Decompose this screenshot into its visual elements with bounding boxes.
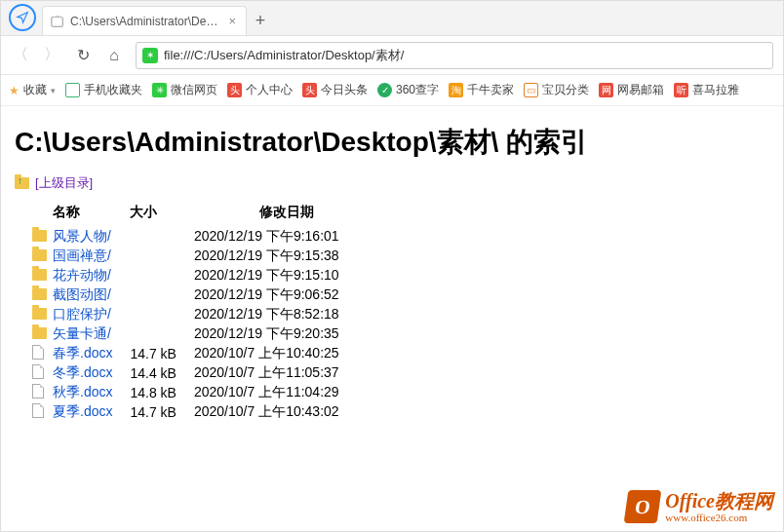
address-url: file:///C:/Users/Administrator/Desktop/素… [164,47,404,64]
entry-date: 2020/10/7 上午10:40:25 [194,344,379,363]
bookmark-item[interactable]: 淘千牛卖家 [449,82,514,98]
star-icon: ★ [9,84,20,97]
chevron-down-icon: ▾ [51,86,56,95]
table-row: 花卉动物/2020/12/19 下午9:15:10 [32,266,379,285]
tab-favicon [51,15,64,28]
column-name: 名称 [53,202,130,227]
entry-date: 2020/10/7 上午11:05:37 [194,363,379,383]
entry-link[interactable]: 截图动图/ [53,286,111,302]
entry-link[interactable]: 口腔保护/ [53,306,111,322]
360-icon: ✓ [377,83,392,97]
column-size: 大小 [130,202,193,227]
entry-size [130,227,193,247]
nav-bar: 〈 〉 ↻ ⌂ ✶ file:///C:/Users/Administrator… [1,36,783,75]
address-bar[interactable]: ✶ file:///C:/Users/Administrator/Desktop… [136,42,773,69]
page-content: C:\Users\Administrator\Desktop\素材\ 的索引 [… [1,106,783,434]
entry-size: 14.8 kB [130,383,193,402]
watermark-url: www.office26.com [665,512,773,523]
watermark-title: Office教程网 [665,490,773,512]
entry-date: 2020/12/19 下午9:16:01 [194,227,379,247]
tab-close-icon[interactable]: × [226,14,238,28]
folder-icon [32,327,47,339]
entry-date: 2020/12/19 下午9:20:35 [194,324,379,344]
entry-date: 2020/12/19 下午9:15:38 [194,247,379,266]
bookmark-item[interactable]: 头个人中心 [227,82,293,98]
bookmark-item[interactable]: 听喜马拉雅 [674,82,739,98]
browser-app-icon[interactable] [9,4,36,31]
toutiao-icon: 头 [302,83,317,97]
table-row: 风景人物/2020/12/19 下午9:16:01 [32,227,379,247]
parent-directory-link[interactable]: [上级目录] [15,174,769,192]
column-date: 修改日期 [194,202,379,227]
favorites-button[interactable]: ★ 收藏 ▾ [9,82,56,98]
reload-button[interactable]: ↻ [73,46,93,64]
tab-title: C:\Users\Administrator\Deskt [70,15,220,28]
entry-date: 2020/10/7 上午11:04:29 [194,383,379,402]
forward-button[interactable]: 〉 [42,45,61,65]
entry-size: 14.4 kB [130,363,193,383]
folder-icon [32,269,47,281]
ximalaya-icon: 听 [674,83,688,97]
favorites-label: 收藏 [23,82,47,98]
entry-link[interactable]: 风景人物/ [53,228,111,244]
tab-bar: C:\Users\Administrator\Deskt × + [1,1,783,36]
browser-tab[interactable]: C:\Users\Administrator\Deskt × [42,6,247,35]
entry-size [130,324,193,344]
folder-icon [32,288,47,300]
netease-icon: 网 [599,83,613,97]
table-row: 截图动图/2020/12/19 下午9:06:52 [32,285,379,305]
bookmark-item[interactable]: 网网易邮箱 [599,82,664,98]
entry-date: 2020/12/19 下午8:52:18 [194,305,379,324]
shield-icon: ✶ [142,48,158,63]
phone-icon [65,83,80,97]
bookmarks-bar: ★ 收藏 ▾ 手机收藏夹 ✳微信网页 头个人中心 头今日头条 ✓360查字 淘千… [1,75,783,106]
table-row: 冬季.docx14.4 kB2020/10/7 上午11:05:37 [32,363,379,383]
bookmark-item[interactable]: ✳微信网页 [152,82,217,98]
table-row: 国画禅意/2020/12/19 下午9:15:38 [32,247,379,266]
bookmark-item[interactable]: 头今日头条 [302,82,368,98]
entry-size: 14.7 kB [130,402,193,422]
entry-link[interactable]: 夏季.docx [53,403,112,419]
entry-link[interactable]: 矢量卡通/ [53,325,111,341]
folder-icon [32,230,47,242]
table-row: 春季.docx14.7 kB2020/10/7 上午10:40:25 [32,344,379,363]
entry-link[interactable]: 花卉动物/ [53,267,111,283]
file-icon [32,345,44,360]
bookmark-item[interactable]: 手机收藏夹 [65,82,142,98]
file-icon [32,364,44,379]
folder-up-icon [15,177,29,189]
category-icon: ▭ [524,83,538,97]
watermark-icon: O [624,490,662,523]
bookmark-item[interactable]: ▭宝贝分类 [524,82,589,98]
entry-size [130,305,193,324]
directory-listing: 名称 大小 修改日期 风景人物/2020/12/19 下午9:16:01国画禅意… [32,202,379,422]
svg-rect-0 [52,17,62,26]
home-button[interactable]: ⌂ [104,47,124,64]
entry-link[interactable]: 国画禅意/ [53,247,111,263]
file-icon [32,384,44,399]
toutiao-icon: 头 [227,83,242,97]
wechat-icon: ✳ [152,83,167,97]
watermark: O Office教程网 www.office26.com [626,490,773,523]
entry-size [130,285,193,305]
entry-size: 14.7 kB [130,344,193,363]
entry-link[interactable]: 冬季.docx [53,364,112,380]
entry-date: 2020/12/19 下午9:15:10 [194,266,379,285]
table-row: 口腔保护/2020/12/19 下午8:52:18 [32,305,379,324]
entry-date: 2020/12/19 下午9:06:52 [194,285,379,305]
bookmark-item[interactable]: ✓360查字 [377,82,439,98]
entry-size [130,247,193,266]
table-row: 夏季.docx14.7 kB2020/10/7 上午10:43:02 [32,402,379,422]
folder-icon [32,308,47,320]
table-row: 秋季.docx14.8 kB2020/10/7 上午11:04:29 [32,383,379,402]
entry-link[interactable]: 秋季.docx [53,384,112,399]
page-title: C:\Users\Administrator\Desktop\素材\ 的索引 [15,124,769,161]
back-button[interactable]: 〈 [11,45,30,65]
file-icon [32,403,44,418]
folder-icon [32,249,47,261]
entry-size [130,266,193,285]
new-tab-button[interactable]: + [247,11,274,35]
parent-directory-label[interactable]: [上级目录] [35,174,93,192]
entry-link[interactable]: 春季.docx [53,345,112,361]
taobao-icon: 淘 [449,83,463,97]
